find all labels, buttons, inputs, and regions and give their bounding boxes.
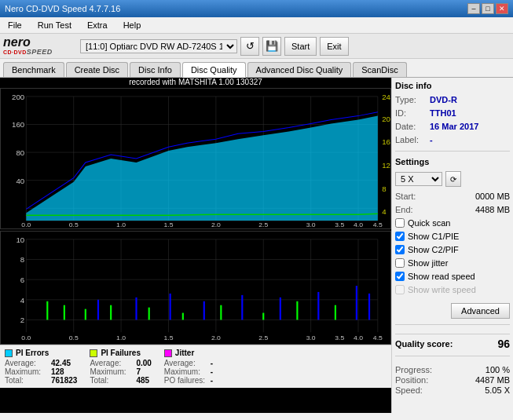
save-icon-btn[interactable]: 💾 (262, 37, 281, 56)
upper-chart: 200 160 80 40 24 20 16 12 8 4 0.0 0.5 1.… (0, 88, 391, 229)
start-mb-value: 0000 MB (475, 192, 510, 201)
svg-text:1.0: 1.0 (116, 334, 126, 341)
show-jitter-checkbox[interactable] (395, 258, 405, 268)
svg-text:4: 4 (382, 209, 386, 217)
position-value: 4487 MB (475, 375, 510, 385)
show-write-speed-label: Show write speed (408, 285, 476, 294)
svg-text:80: 80 (16, 149, 24, 157)
tab-advanced-disc-quality[interactable]: Advanced Disc Quality (247, 62, 352, 77)
svg-text:2.5: 2.5 (258, 334, 268, 341)
settings-refresh-icon[interactable]: ⟳ (445, 171, 461, 187)
end-mb-label: End: (395, 205, 413, 214)
jitter-avg-value: - (211, 359, 213, 367)
po-failures-label: PO failures: (164, 376, 207, 385)
speed-value: 5.05 X (485, 385, 510, 395)
speed-label: Speed: (395, 385, 423, 395)
svg-text:160: 160 (12, 122, 24, 130)
jitter-color-dot (164, 349, 172, 357)
svg-text:4: 4 (20, 297, 24, 305)
position-label: Position: (395, 375, 428, 385)
disc-label-value: - (430, 135, 433, 144)
id-value: TTH01 (430, 108, 456, 118)
end-mb-value: 4488 MB (475, 205, 510, 214)
svg-text:4.5: 4.5 (373, 221, 383, 228)
pi-failures-max-label: Maximum: (90, 367, 133, 376)
window-title: Nero CD-DVD Speed 4.7.7.16 (5, 4, 120, 13)
sidebar: Disc info Type: DVD-R ID: TTH01 Date: 16… (391, 78, 513, 413)
svg-text:6: 6 (20, 276, 24, 284)
divider-2 (395, 324, 510, 325)
drive-select[interactable]: [11:0] Optiarc DVD RW AD-7240S 1.04 (80, 39, 237, 53)
disc-info-title: Disc info (395, 81, 510, 90)
tab-benchmark[interactable]: Benchmark (3, 62, 64, 77)
pi-failures-max-value: 7 (136, 367, 141, 376)
menu-run-test[interactable]: Run Test (33, 19, 76, 31)
menu-extra[interactable]: Extra (82, 19, 112, 31)
advanced-button[interactable]: Advanced (451, 303, 510, 319)
svg-text:3.0: 3.0 (306, 334, 316, 341)
jitter-avg-label: Average: (164, 359, 207, 367)
svg-text:10: 10 (16, 236, 24, 244)
tab-create-disc[interactable]: Create Disc (66, 62, 128, 77)
progress-value: 100 % (486, 365, 510, 374)
chart-title: recorded with MATSHITA 1.00 130327 (0, 78, 391, 86)
svg-text:1.0: 1.0 (116, 221, 126, 228)
svg-text:1.5: 1.5 (164, 221, 174, 228)
tab-disc-info[interactable]: Disc Info (130, 62, 181, 77)
pi-failures-total-value: 485 (136, 376, 149, 385)
svg-text:200: 200 (12, 93, 24, 101)
svg-text:4.0: 4.0 (354, 221, 363, 228)
title-bar-buttons: – □ ✕ (467, 3, 508, 14)
nero-logo: nero CD·DVDSPEED (3, 36, 74, 56)
date-value: 16 Mar 2017 (430, 122, 478, 131)
divider-1 (395, 151, 510, 152)
show-read-speed-checkbox[interactable] (395, 272, 405, 281)
refresh-icon-btn[interactable]: ↺ (240, 37, 259, 56)
svg-text:2.0: 2.0 (211, 334, 221, 341)
show-c2pif-label: Show C2/PIF (408, 245, 459, 254)
close-button[interactable]: ✕ (496, 3, 508, 14)
svg-text:1.5: 1.5 (164, 334, 174, 341)
po-failures-value: - (211, 376, 213, 385)
start-mb-label: Start: (395, 192, 416, 201)
start-button[interactable]: Start (284, 37, 317, 56)
pi-failures-label: PI Failures (101, 349, 141, 357)
svg-text:4.5: 4.5 (373, 334, 383, 341)
show-c1pie-label: Show C1/PIE (408, 232, 459, 241)
quality-value: 96 (497, 338, 510, 350)
jitter-max-label: Maximum: (164, 367, 207, 376)
svg-text:0.0: 0.0 (21, 221, 31, 228)
show-write-speed-checkbox[interactable] (395, 285, 405, 294)
show-c1pie-checkbox[interactable] (395, 232, 405, 241)
svg-text:2: 2 (20, 317, 24, 325)
svg-text:4.0: 4.0 (354, 334, 363, 341)
tab-scandisc[interactable]: ScanDisc (353, 62, 406, 77)
quick-scan-checkbox[interactable] (395, 218, 405, 228)
maximize-button[interactable]: □ (482, 3, 494, 14)
menu-file[interactable]: File (3, 19, 27, 31)
svg-text:12: 12 (382, 162, 390, 170)
svg-text:40: 40 (16, 177, 24, 185)
pi-failures-legend: PI Failures Average: 0.00 Maximum: 7 Tot… (90, 349, 151, 385)
minimize-button[interactable]: – (467, 3, 480, 14)
menu-bar: File Run Test Extra Help (0, 17, 513, 34)
show-read-speed-label: Show read speed (408, 272, 475, 281)
progress-label: Progress: (395, 365, 432, 374)
pi-errors-avg-label: Average: (5, 359, 48, 367)
show-jitter-label: Show jitter (408, 258, 448, 268)
svg-text:8: 8 (20, 257, 24, 265)
tab-disc-quality[interactable]: Disc Quality (182, 62, 246, 78)
svg-text:2.0: 2.0 (211, 221, 221, 228)
toolbar: nero CD·DVDSPEED [11:0] Optiarc DVD RW A… (0, 34, 513, 59)
svg-text:24: 24 (382, 93, 390, 101)
lower-chart: 10 8 6 4 2 0.0 0.5 1.0 1.5 2.0 2.5 3.0 3… (0, 231, 391, 345)
menu-help[interactable]: Help (119, 19, 146, 31)
exit-button[interactable]: Exit (320, 37, 348, 56)
chart-panel: recorded with MATSHITA 1.00 130327 (0, 78, 391, 413)
show-c2pif-checkbox[interactable] (395, 245, 405, 254)
svg-text:3.5: 3.5 (335, 334, 344, 341)
jitter-legend: Jitter Average: - Maximum: - PO failures… (164, 349, 213, 385)
pi-failures-avg-value: 0.00 (136, 359, 151, 367)
speed-select[interactable]: 5 X 1 X 2 X 4 X 8 X (395, 172, 442, 186)
pi-errors-total-value: 761823 (51, 376, 77, 385)
